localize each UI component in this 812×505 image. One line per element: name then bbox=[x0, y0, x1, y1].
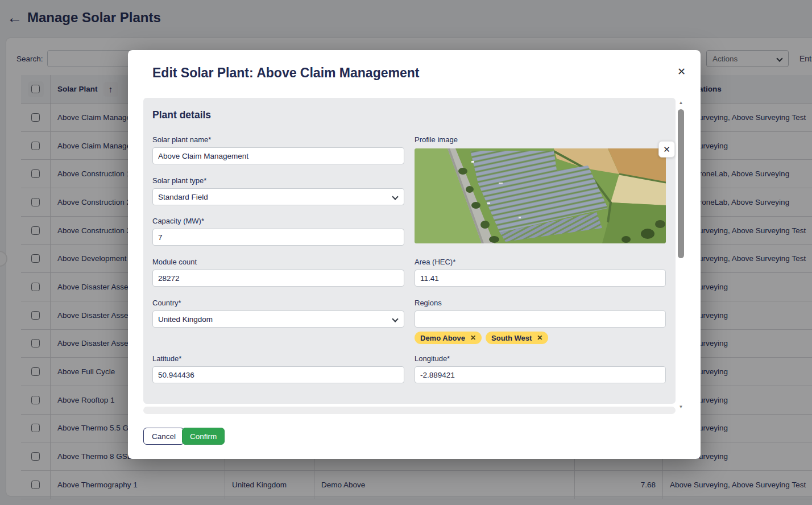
country-label: Country* bbox=[152, 299, 404, 307]
region-tag: South West ✕ bbox=[486, 332, 548, 344]
edit-solar-plant-modal: Edit Solar Plant: Above Claim Management… bbox=[128, 50, 701, 459]
solar-plant-name-field[interactable] bbox=[152, 147, 404, 164]
chevron-down-icon bbox=[392, 316, 398, 322]
region-tag-label: South West bbox=[491, 334, 532, 342]
latitude-field[interactable] bbox=[152, 366, 404, 383]
scroll-down-icon[interactable]: ▼ bbox=[678, 404, 684, 409]
region-tag-label: Demo Above bbox=[420, 334, 465, 342]
regions-field[interactable] bbox=[415, 311, 666, 328]
remove-tag-icon[interactable]: ✕ bbox=[470, 334, 476, 342]
solar-plant-type-label: Solar plant type* bbox=[152, 176, 404, 185]
capacity-label: Capacity (MW)* bbox=[152, 217, 404, 225]
country-select[interactable]: United Kingdom bbox=[152, 311, 404, 328]
country-value: United Kingdom bbox=[158, 315, 213, 324]
vertical-scrollbar[interactable]: ▲ ▼ bbox=[677, 100, 685, 409]
longitude-field[interactable] bbox=[415, 366, 666, 383]
regions-label: Regions bbox=[415, 299, 666, 307]
area-field[interactable] bbox=[415, 270, 666, 287]
region-tags: Demo Above ✕ South West ✕ bbox=[415, 332, 548, 344]
longitude-label: Longitude* bbox=[415, 354, 666, 363]
area-label: Area (HEC)* bbox=[415, 258, 666, 266]
scrollbar-thumb[interactable] bbox=[678, 109, 684, 258]
modal-title: Edit Solar Plant: Above Claim Management bbox=[152, 65, 419, 81]
profile-image: ✕ bbox=[415, 148, 666, 243]
solar-farm-aerial-photo bbox=[415, 148, 666, 243]
remove-tag-icon[interactable]: ✕ bbox=[537, 334, 542, 342]
modal-close-icon[interactable]: ✕ bbox=[677, 67, 686, 77]
capacity-field[interactable] bbox=[152, 229, 404, 246]
scroll-up-icon[interactable]: ▲ bbox=[678, 100, 684, 105]
solar-plant-name-label: Solar plant name* bbox=[152, 135, 404, 144]
horizontal-scrollbar[interactable] bbox=[143, 407, 676, 414]
solar-plant-type-select[interactable]: Standard Field bbox=[152, 188, 404, 205]
plant-details-panel: Plant details Solar plant name* Solar pl… bbox=[143, 98, 676, 404]
region-tag: Demo Above ✕ bbox=[415, 332, 482, 344]
remove-image-button[interactable]: ✕ bbox=[658, 141, 675, 158]
module-count-label: Module count bbox=[152, 258, 404, 266]
cancel-button[interactable]: Cancel bbox=[143, 428, 184, 445]
module-count-field[interactable] bbox=[152, 270, 404, 287]
section-title: Plant details bbox=[152, 109, 211, 121]
profile-image-label: Profile image bbox=[415, 135, 666, 144]
confirm-button[interactable]: Confirm bbox=[182, 428, 225, 445]
latitude-label: Latitude* bbox=[152, 354, 404, 363]
solar-plant-type-value: Standard Field bbox=[158, 193, 208, 201]
chevron-down-icon bbox=[392, 193, 398, 200]
